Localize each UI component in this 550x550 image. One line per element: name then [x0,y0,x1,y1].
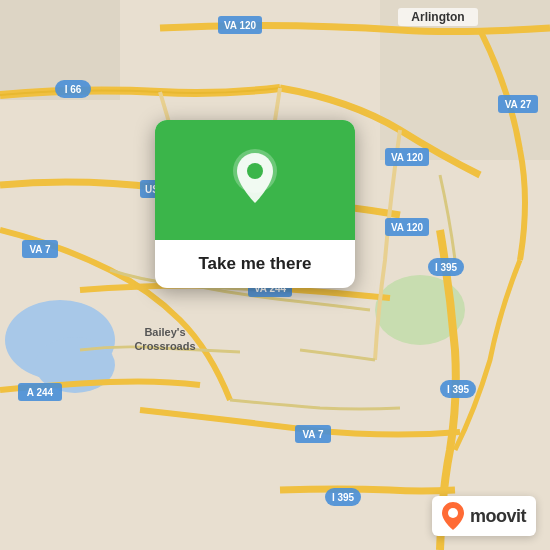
svg-text:I 395: I 395 [447,384,470,395]
svg-text:I 395: I 395 [435,262,458,273]
location-pin-icon [229,149,281,211]
svg-text:I 395: I 395 [332,492,355,503]
moovit-pin-icon [442,502,464,530]
svg-text:Crossroads: Crossroads [134,340,195,352]
svg-text:VA 27: VA 27 [505,99,532,110]
moovit-logo: moovit [432,496,536,536]
svg-text:A 244: A 244 [27,387,54,398]
svg-text:VA 7: VA 7 [302,429,324,440]
popup-green-section [155,120,355,240]
svg-point-39 [448,508,458,518]
popup-card[interactable]: Take me there [155,120,355,288]
moovit-text: moovit [470,506,526,527]
svg-text:VA 120: VA 120 [391,222,424,233]
svg-text:Arlington: Arlington [411,10,464,24]
take-me-there-button[interactable]: Take me there [155,240,355,288]
svg-point-38 [247,163,263,179]
map-container: Arlington VA 120 I 66 VA 120 VA 27 US 50… [0,0,550,550]
svg-text:VA 7: VA 7 [29,244,51,255]
svg-text:I 66: I 66 [65,84,82,95]
svg-text:VA 120: VA 120 [224,20,257,31]
svg-text:VA 120: VA 120 [391,152,424,163]
svg-text:Bailey's: Bailey's [144,326,185,338]
